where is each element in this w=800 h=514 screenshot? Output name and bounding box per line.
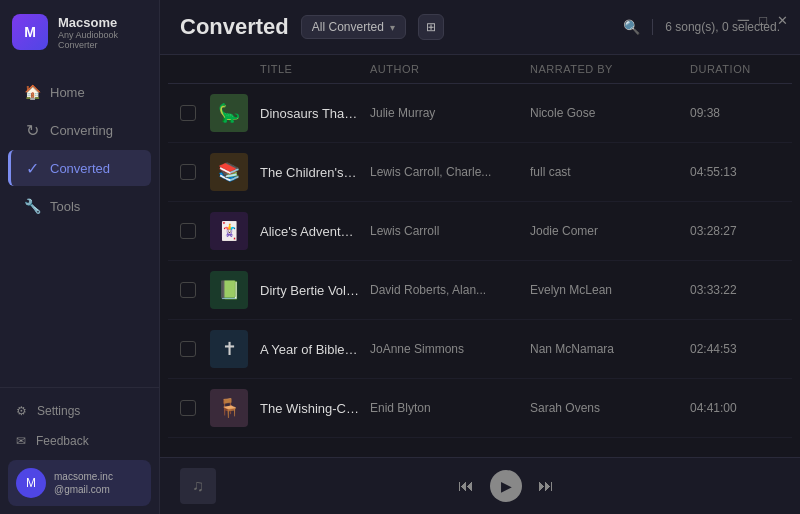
row-title: The Wishing-Chair Again: Th...	[260, 401, 370, 416]
filter-label: All Converted	[312, 20, 384, 34]
col-art	[210, 63, 260, 75]
table-row[interactable]: 📚 The Children's Classic Collect... Lewi…	[168, 143, 792, 202]
row-duration: 03:28:27	[690, 224, 780, 238]
settings-item[interactable]: ⚙ Settings	[8, 396, 151, 426]
chevron-down-icon: ▾	[390, 22, 395, 33]
table-row[interactable]: ✝ A Year of Bible Stories: A Tre... JoAn…	[168, 320, 792, 379]
row-title: Dinosaurs That Ruled the Ea...	[260, 106, 370, 121]
row-author: JoAnne Simmons	[370, 342, 530, 356]
tools-icon: 🔧	[24, 198, 40, 214]
table-header: TITLE Author Narrated by DURATION	[168, 55, 792, 84]
sidebar: M Macsome Any Audiobook Converter 🏠 Home…	[0, 0, 160, 514]
next-button[interactable]: ⏭	[538, 477, 554, 495]
table-row[interactable]: 📗 Dirty Bertie Volume 3 David Roberts, A…	[168, 261, 792, 320]
row-artwork: ✝	[210, 330, 260, 368]
sidebar-item-converting[interactable]: ↻ Converting	[8, 112, 151, 148]
header-divider	[652, 19, 653, 35]
row-checkbox[interactable]	[180, 282, 210, 298]
table-row[interactable]: 🃏 Alice's Adventures in Wonde... Lewis C…	[168, 202, 792, 261]
row-title: Dirty Bertie Volume 3	[260, 283, 370, 298]
row-narrator: full cast	[530, 165, 690, 179]
row-artwork: 🦕	[210, 94, 260, 132]
main-header: Converted All Converted ▾ ⊞ 🔍 6 song(s),…	[160, 0, 800, 55]
sidebar-item-home[interactable]: 🏠 Home	[8, 74, 151, 110]
sidebar-bottom: ⚙ Settings ✉ Feedback M macsome.inc @gma…	[0, 387, 159, 514]
user-email-block: macsome.inc @gmail.com	[54, 470, 113, 496]
app-subtitle: Any Audiobook Converter	[58, 30, 147, 50]
feedback-label: Feedback	[36, 434, 89, 448]
row-duration: 09:38	[690, 106, 780, 120]
row-artwork: 📚	[210, 153, 260, 191]
logo-icon: M	[12, 14, 48, 50]
player-controls: ⏮ ▶ ⏭	[458, 470, 554, 502]
col-author: Author	[370, 63, 530, 75]
previous-button[interactable]: ⏮	[458, 477, 474, 495]
row-checkbox[interactable]	[180, 400, 210, 416]
table-row[interactable]: 🦕 Dinosaurs That Ruled the Ea... Julie M…	[168, 84, 792, 143]
player-artwork: ♫	[180, 468, 216, 504]
app-logo: M Macsome Any Audiobook Converter	[0, 0, 159, 64]
settings-icon: ⚙	[16, 404, 27, 418]
home-icon: 🏠	[24, 84, 40, 100]
user-avatar: M	[16, 468, 46, 498]
feedback-icon: ✉	[16, 434, 26, 448]
converted-icon: ✓	[24, 160, 40, 176]
row-author: Lewis Carroll	[370, 224, 530, 238]
row-narrator: Sarah Ovens	[530, 401, 690, 415]
play-button[interactable]: ▶	[490, 470, 522, 502]
row-duration: 04:55:13	[690, 165, 780, 179]
page-title: Converted	[180, 14, 289, 40]
row-author: Enid Blyton	[370, 401, 530, 415]
row-checkbox[interactable]	[180, 341, 210, 357]
feedback-item[interactable]: ✉ Feedback	[8, 426, 151, 456]
row-author: Lewis Carroll, Charle...	[370, 165, 530, 179]
sidebar-item-tools[interactable]: 🔧 Tools	[8, 188, 151, 224]
row-duration: 02:44:53	[690, 342, 780, 356]
settings-label: Settings	[37, 404, 80, 418]
row-artwork: 🃏	[210, 212, 260, 250]
col-title: TITLE	[260, 63, 370, 75]
col-duration: DURATION	[690, 63, 780, 75]
search-button[interactable]: 🔍	[623, 19, 640, 35]
row-narrator: Jodie Comer	[530, 224, 690, 238]
user-name: macsome.inc	[54, 470, 113, 483]
app-name: Macsome	[58, 15, 147, 30]
maximize-button[interactable]: □	[759, 13, 767, 28]
sidebar-nav: 🏠 Home ↻ Converting ✓ Converted 🔧 Tools	[0, 64, 159, 387]
user-profile[interactable]: M macsome.inc @gmail.com	[8, 460, 151, 506]
row-author: Julie Murray	[370, 106, 530, 120]
col-check	[180, 63, 210, 75]
row-artwork: 📗	[210, 271, 260, 309]
filter-dropdown[interactable]: All Converted ▾	[301, 15, 406, 39]
sidebar-item-label-converting: Converting	[50, 123, 113, 138]
view-toggle-button[interactable]: ⊞	[418, 14, 444, 40]
row-checkbox[interactable]	[180, 223, 210, 239]
sidebar-item-label-converted: Converted	[50, 161, 110, 176]
row-duration: 03:33:22	[690, 283, 780, 297]
logo-text: Macsome Any Audiobook Converter	[58, 15, 147, 50]
row-duration: 04:41:00	[690, 401, 780, 415]
sidebar-item-label-tools: Tools	[50, 199, 80, 214]
table-area: TITLE Author Narrated by DURATION 🦕 Dino…	[160, 55, 800, 457]
table-row[interactable]: 🪑 The Wishing-Chair Again: Th... Enid Bl…	[168, 379, 792, 438]
table-rows: 🦕 Dinosaurs That Ruled the Ea... Julie M…	[168, 84, 792, 438]
sidebar-item-label-home: Home	[50, 85, 85, 100]
row-title: The Children's Classic Collect...	[260, 165, 370, 180]
sidebar-item-converted[interactable]: ✓ Converted	[8, 150, 151, 186]
player-bar: ♫ ⏮ ▶ ⏭	[160, 457, 800, 514]
row-narrator: Nicole Gose	[530, 106, 690, 120]
grid-view-icon: ⊞	[426, 20, 436, 34]
main-content: ─ □ ✕ Converted All Converted ▾ ⊞ 🔍 6 so…	[160, 0, 800, 514]
user-email: @gmail.com	[54, 483, 113, 496]
row-narrator: Evelyn McLean	[530, 283, 690, 297]
minimize-button[interactable]: ─	[738, 12, 749, 28]
row-title: Alice's Adventures in Wonde...	[260, 224, 370, 239]
user-initials: M	[26, 476, 36, 490]
row-checkbox[interactable]	[180, 164, 210, 180]
col-narrator: Narrated by	[530, 63, 690, 75]
close-button[interactable]: ✕	[777, 13, 788, 28]
row-artwork: 🪑	[210, 389, 260, 427]
row-title: A Year of Bible Stories: A Tre...	[260, 342, 370, 357]
row-checkbox[interactable]	[180, 105, 210, 121]
row-narrator: Nan McNamara	[530, 342, 690, 356]
